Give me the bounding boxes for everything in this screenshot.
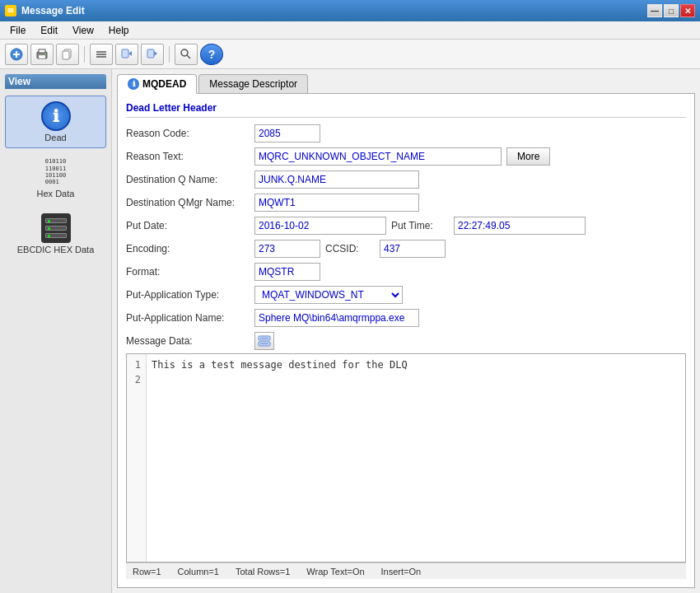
message-data-icon-button[interactable] bbox=[254, 332, 274, 350]
minimize-button[interactable]: — bbox=[647, 4, 662, 17]
move-up-button[interactable] bbox=[90, 44, 113, 65]
title-bar-left: ✉ Message Edit bbox=[5, 5, 85, 16]
dest-q-name-input[interactable] bbox=[254, 170, 419, 189]
tab-message-descriptor-label: Message Descriptor bbox=[209, 78, 297, 90]
put-app-type-label: Put-Application Type: bbox=[126, 289, 250, 301]
toolbar: ? bbox=[0, 40, 700, 69]
put-app-type-select[interactable]: MQAT_WINDOWS_NT MQAT_UNIX MQAT_JAVA bbox=[254, 286, 403, 304]
server-dot-1 bbox=[48, 220, 50, 222]
encoding-input[interactable] bbox=[254, 240, 320, 258]
search-button[interactable] bbox=[175, 44, 198, 65]
put-date-input[interactable] bbox=[254, 217, 386, 235]
encoding-label: Encoding: bbox=[126, 243, 250, 254]
status-column: Column=1 bbox=[178, 567, 219, 577]
reason-text-input[interactable] bbox=[254, 147, 502, 166]
svg-point-6 bbox=[44, 53, 46, 54]
status-bar: Row=1 Column=1 Total Rows=1 Wrap Text=On… bbox=[126, 563, 686, 579]
toolbar-sep-2 bbox=[169, 46, 170, 63]
format-row: Format: bbox=[126, 263, 686, 281]
ccsid-label: CCSID: bbox=[325, 243, 375, 254]
server-lines bbox=[45, 218, 67, 238]
ebcdic-icon bbox=[41, 213, 71, 243]
dead-label: Dead bbox=[44, 133, 66, 142]
server-dot-3 bbox=[48, 235, 50, 237]
import-button[interactable] bbox=[115, 44, 138, 65]
reason-code-input[interactable] bbox=[254, 124, 320, 142]
ebcdic-hex-data-label: EBCDIC HEX Data bbox=[17, 245, 95, 254]
tab-bar: ℹ MQDEAD Message Descriptor bbox=[117, 74, 695, 94]
svg-point-16 bbox=[181, 49, 188, 56]
window-title: Message Edit bbox=[21, 5, 85, 16]
menu-bar: File Edit View Help bbox=[0, 21, 700, 40]
hex-data-label: Hex Data bbox=[37, 189, 75, 198]
sidebar: View ℹ Dead 010110 110011 101100 0001 He… bbox=[0, 69, 112, 593]
server-unit-2 bbox=[45, 226, 67, 231]
svg-line-17 bbox=[187, 55, 190, 58]
menu-help[interactable]: Help bbox=[102, 23, 136, 38]
format-label: Format: bbox=[126, 266, 250, 278]
hex-binary-display: 010110 110011 101100 0001 bbox=[45, 158, 66, 186]
message-data-label: Message Data: bbox=[126, 335, 250, 347]
copy-button[interactable] bbox=[56, 44, 79, 65]
dest-qmgr-name-label: Destination QMgr Name: bbox=[126, 197, 250, 208]
export-button[interactable] bbox=[141, 44, 164, 65]
line-number-2: 2 bbox=[132, 372, 141, 387]
reason-code-label: Reason Code: bbox=[126, 128, 250, 139]
menu-file[interactable]: File bbox=[3, 23, 32, 38]
more-button[interactable]: More bbox=[506, 147, 550, 166]
dead-icon: ℹ bbox=[41, 101, 71, 131]
text-editor: 1 2 This is a test message destined for … bbox=[126, 353, 686, 563]
dest-q-name-row: Destination Q Name: bbox=[126, 170, 686, 189]
ccsid-input[interactable] bbox=[380, 240, 446, 258]
menu-view[interactable]: View bbox=[66, 23, 100, 38]
encoding-row: Encoding: CCSID: bbox=[126, 240, 686, 258]
line-number-1: 1 bbox=[132, 357, 141, 372]
line-numbers: 1 2 bbox=[127, 354, 147, 562]
title-bar-controls: — □ ✕ bbox=[647, 4, 695, 17]
sidebar-item-dead[interactable]: ℹ Dead bbox=[5, 96, 106, 148]
message-data-row: Message Data: bbox=[126, 332, 686, 350]
put-date-row: Put Date: Put Time: bbox=[126, 217, 686, 235]
editor-content[interactable]: This is a test message destined for the … bbox=[147, 354, 685, 562]
tab-mqdead[interactable]: ℹ MQDEAD bbox=[117, 74, 197, 94]
svg-rect-4 bbox=[39, 49, 45, 53]
title-bar: ✉ Message Edit — □ ✕ bbox=[0, 0, 700, 21]
format-input[interactable] bbox=[254, 263, 320, 281]
server-unit-1 bbox=[45, 218, 67, 223]
dest-qmgr-name-input[interactable] bbox=[254, 194, 419, 212]
svg-rect-14 bbox=[147, 49, 154, 58]
put-time-input[interactable] bbox=[454, 217, 586, 235]
put-app-name-label: Put-Application Name: bbox=[126, 312, 250, 324]
section-header: Dead Letter Header bbox=[126, 102, 686, 118]
svg-marker-13 bbox=[128, 51, 132, 56]
maximize-button[interactable]: □ bbox=[664, 4, 679, 17]
reason-text-label: Reason Text: bbox=[126, 151, 250, 162]
status-row: Row=1 bbox=[133, 567, 161, 577]
help-button[interactable]: ? bbox=[200, 44, 223, 65]
toolbar-sep-1 bbox=[84, 46, 85, 63]
status-insert: Insert=On bbox=[381, 567, 422, 577]
put-app-name-input[interactable] bbox=[254, 309, 419, 327]
put-time-label: Put Time: bbox=[391, 220, 449, 231]
server-unit-3 bbox=[45, 233, 67, 238]
new-button[interactable] bbox=[5, 44, 28, 65]
hex-data-icon: 010110 110011 101100 0001 bbox=[41, 157, 71, 187]
close-button[interactable]: ✕ bbox=[680, 4, 695, 17]
tab-message-descriptor[interactable]: Message Descriptor bbox=[198, 74, 308, 93]
sidebar-item-ebcdic-hex-data[interactable]: EBCDIC HEX Data bbox=[5, 208, 106, 260]
dest-qmgr-name-row: Destination QMgr Name: bbox=[126, 194, 686, 212]
svg-marker-15 bbox=[154, 51, 157, 56]
put-app-name-row: Put-Application Name: bbox=[126, 309, 686, 327]
svg-rect-5 bbox=[39, 55, 45, 58]
app-icon: ✉ bbox=[5, 5, 16, 16]
main-content: View ℹ Dead 010110 110011 101100 0001 He… bbox=[0, 69, 700, 593]
put-app-type-row: Put-Application Type: MQAT_WINDOWS_NT MQ… bbox=[126, 286, 686, 304]
print-button[interactable] bbox=[30, 44, 54, 65]
put-date-label: Put Date: bbox=[126, 220, 250, 231]
svg-rect-8 bbox=[63, 51, 69, 59]
sidebar-item-hex-data[interactable]: 010110 110011 101100 0001 Hex Data bbox=[5, 152, 106, 204]
menu-edit[interactable]: Edit bbox=[34, 23, 64, 38]
sidebar-view-label: View bbox=[5, 74, 106, 89]
form-area: Dead Letter Header Reason Code: Reason T… bbox=[117, 94, 695, 588]
server-dot-2 bbox=[48, 227, 50, 230]
